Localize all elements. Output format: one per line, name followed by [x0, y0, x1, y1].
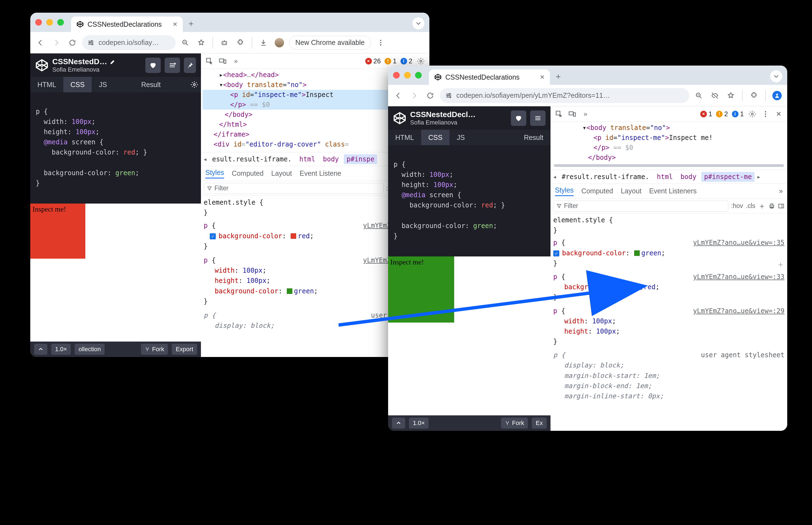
minimize-window-icon[interactable]: [46, 19, 53, 26]
pencil-icon[interactable]: [110, 59, 116, 65]
download-button[interactable]: [257, 36, 270, 49]
settings-button[interactable]: [748, 109, 757, 119]
address-field[interactable]: codepen.io/sofiayem/pen/yLmYEmZ?editors=…: [440, 88, 689, 103]
crumb-body[interactable]: body: [320, 154, 342, 164]
inspect-element-button[interactable]: [555, 109, 564, 119]
reload-button[interactable]: [66, 36, 79, 49]
reload-button[interactable]: [424, 89, 437, 102]
tab-js[interactable]: JS: [450, 130, 472, 145]
subtab-computed[interactable]: Computed: [581, 187, 613, 195]
settings-button[interactable]: [188, 81, 201, 88]
fork-button[interactable]: Fork: [501, 418, 528, 429]
settings-button[interactable]: [416, 57, 425, 66]
crumb-html[interactable]: html: [296, 154, 318, 164]
error-count[interactable]: ×26: [365, 57, 381, 65]
inspect-box[interactable]: Inspect me!: [30, 204, 85, 259]
crumb-iframe[interactable]: #result.result-iframe.: [559, 172, 652, 182]
inspect-box[interactable]: Inspect me!: [388, 256, 454, 322]
checkbox-icon[interactable]: ✓: [210, 233, 216, 239]
checkbox-icon[interactable]: ✓: [553, 250, 559, 256]
info-count[interactable]: i1: [732, 110, 744, 118]
hov-toggle[interactable]: :hov: [731, 202, 743, 210]
crumb-p[interactable]: p#inspe: [344, 154, 377, 164]
bookmark-button[interactable]: [724, 89, 737, 102]
crumb-body[interactable]: body: [678, 172, 699, 182]
crumb-html[interactable]: html: [654, 172, 675, 182]
device-toggle[interactable]: [567, 109, 577, 119]
maximize-window-icon[interactable]: [415, 72, 422, 78]
bookmark-button[interactable]: [195, 36, 207, 49]
minimize-window-icon[interactable]: [404, 72, 411, 78]
tab-result[interactable]: Result: [517, 130, 550, 145]
inspect-element-button[interactable]: [205, 57, 214, 66]
browser-tab[interactable]: CSSNestedDeclarations ×: [429, 70, 550, 85]
kebab-button[interactable]: [374, 36, 387, 49]
dom-breadcrumbs[interactable]: ◂ #result.result-iframe. html body p#ins…: [550, 170, 787, 184]
subtab-layout[interactable]: Layout: [271, 169, 292, 177]
filter-input[interactable]: Filter: [553, 200, 728, 212]
console-toggle[interactable]: [392, 418, 405, 429]
kebab-button[interactable]: [761, 109, 770, 119]
tabs-overflow[interactable]: »: [231, 57, 240, 66]
devtools-ai-button[interactable]: [218, 36, 231, 49]
subtab-styles[interactable]: Styles: [555, 186, 574, 196]
color-swatch-green[interactable]: [287, 288, 292, 294]
dom-tree[interactable]: ▾<body translate="no"> <p id="inspect-me…: [550, 122, 787, 170]
window-menu-button[interactable]: [770, 70, 782, 82]
new-rule-button[interactable]: ＋: [758, 201, 766, 211]
filter-input[interactable]: Filter: [204, 183, 384, 194]
subtab-events[interactable]: Event Listeners: [649, 187, 697, 195]
color-swatch-red[interactable]: [291, 233, 296, 239]
heart-button[interactable]: [511, 110, 526, 126]
incognito-icon[interactable]: [708, 89, 721, 102]
extensions-button[interactable]: [234, 36, 247, 49]
tab-css[interactable]: CSS: [63, 77, 92, 92]
heart-button[interactable]: [145, 58, 161, 73]
browser-tab[interactable]: CSSNestedDeclarations ×: [71, 16, 183, 32]
tab-css[interactable]: CSS: [421, 130, 450, 145]
device-toggle[interactable]: [218, 57, 228, 66]
tab-js[interactable]: JS: [92, 77, 114, 92]
new-tab-button[interactable]: ＋: [186, 18, 197, 29]
subtab-layout[interactable]: Layout: [621, 187, 641, 195]
warning-count[interactable]: !2: [716, 110, 728, 118]
address-field[interactable]: codepen.io/sofiay…: [82, 35, 176, 50]
close-window-icon[interactable]: [393, 72, 400, 78]
panel-icon[interactable]: [778, 203, 784, 209]
crumb-iframe[interactable]: esult.result-iframe.: [209, 154, 294, 164]
collection-button[interactable]: ollection: [75, 344, 105, 355]
export-button[interactable]: Export: [172, 344, 197, 355]
css-code[interactable]: p { width: 100px; height: 100px; @media …: [30, 92, 201, 204]
css-code[interactable]: p { width: 100px; height: 100px; @media …: [388, 145, 550, 256]
profile-button[interactable]: [273, 36, 286, 49]
tab-html[interactable]: HTML: [388, 130, 421, 145]
color-swatch-red[interactable]: [636, 284, 642, 290]
zoom-indicator[interactable]: [179, 36, 191, 49]
views-button[interactable]: [165, 58, 180, 73]
forward-button[interactable]: [408, 89, 421, 102]
close-tab-icon[interactable]: ×: [173, 20, 177, 29]
back-button[interactable]: [34, 36, 47, 49]
console-toggle[interactable]: [34, 344, 47, 355]
print-icon[interactable]: [768, 203, 775, 209]
views-button[interactable]: [530, 110, 546, 126]
pin-button[interactable]: [184, 58, 196, 73]
forward-button[interactable]: [50, 36, 63, 49]
subtab-styles[interactable]: Styles: [205, 168, 224, 179]
tab-result[interactable]: Result: [134, 77, 168, 92]
tabs-overflow[interactable]: »: [581, 109, 590, 119]
profile-button[interactable]: [771, 89, 783, 102]
cls-toggle[interactable]: .cls: [746, 202, 755, 210]
export-button[interactable]: Ex: [532, 418, 547, 429]
subtab-overflow[interactable]: »: [779, 187, 783, 195]
new-tab-button[interactable]: ＋: [553, 71, 564, 82]
tab-html[interactable]: HTML: [30, 77, 63, 92]
back-button[interactable]: [392, 89, 405, 102]
zoom-button[interactable]: 1.0×: [409, 418, 428, 429]
fork-button[interactable]: Fork: [141, 344, 168, 355]
info-count[interactable]: i2: [401, 57, 412, 65]
update-chip[interactable]: New Chrome available: [289, 36, 371, 49]
crumb-p[interactable]: p#inspect-me: [701, 172, 754, 182]
zoom-indicator[interactable]: [692, 89, 705, 102]
subtab-events[interactable]: Event Listene: [300, 169, 342, 177]
